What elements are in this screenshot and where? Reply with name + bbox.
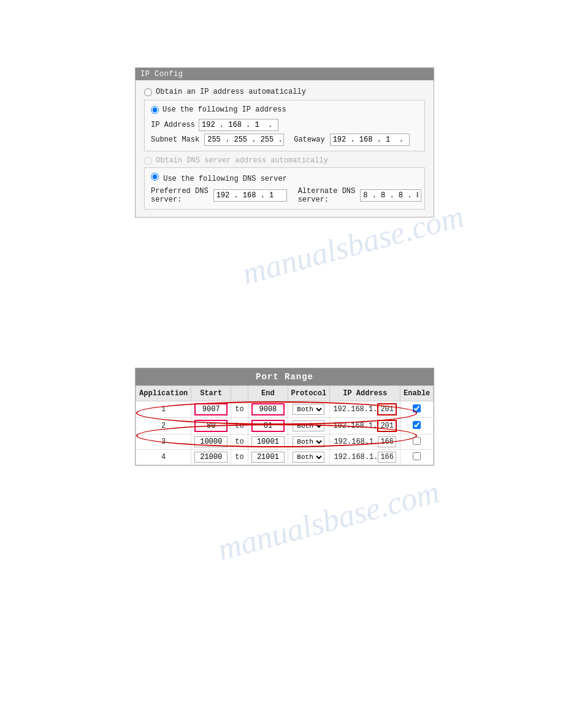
col-application: Application — [136, 386, 191, 401]
cell-start — [191, 401, 231, 418]
dns-manual-row: Use the following DNS server — [151, 173, 418, 183]
enable-checkbox[interactable] — [413, 421, 421, 429]
start-input[interactable] — [194, 452, 228, 463]
col-enable: Enable — [400, 386, 434, 401]
cell-start — [191, 418, 231, 434]
radio-manual-label: Use the following IP address — [163, 105, 286, 114]
start-input[interactable] — [194, 420, 228, 432]
cell-to: to — [231, 418, 248, 434]
dns-manual-label: Use the following DNS server — [163, 175, 287, 183]
start-input[interactable] — [194, 403, 228, 415]
enable-checkbox[interactable] — [413, 437, 421, 445]
cell-app: 4 — [136, 450, 191, 465]
gateway-label: Gateway — [294, 135, 324, 144]
col-end: End — [248, 386, 288, 401]
cell-ip: 192.168.1.166 — [329, 450, 400, 465]
cell-end — [248, 434, 288, 450]
protocol-select[interactable]: BothTCPUDP — [293, 404, 324, 415]
protocol-select[interactable]: BothTCPUDP — [293, 420, 324, 431]
dns-manual-section: Use the following DNS server Preferred D… — [144, 167, 425, 210]
cell-enable — [400, 418, 434, 434]
cell-protocol: BothTCPUDP — [288, 434, 329, 450]
ip-last: 166 — [378, 436, 396, 447]
cell-enable — [400, 434, 434, 450]
cell-protocol: BothTCPUDP — [288, 401, 329, 418]
cell-ip: 192.168.1.201 — [329, 418, 400, 434]
ip-prefix: 192.168.1. — [334, 453, 378, 461]
cell-to: to — [231, 450, 248, 465]
preferred-dns-input[interactable] — [213, 189, 287, 202]
col-ip: IP Address — [329, 386, 400, 401]
ip-prefix: 192.168.1. — [333, 422, 377, 430]
start-input[interactable] — [194, 436, 228, 447]
ip-address-input[interactable] — [199, 119, 278, 131]
ip-config-title: IP Config — [136, 68, 434, 80]
dns-section: Obtain DNS server address automatically … — [144, 156, 425, 210]
cell-ip: 192.168.1.166 — [329, 434, 400, 450]
preferred-dns-label: Preferred DNSserver: — [151, 187, 209, 204]
table-row: 1toBothTCPUDP192.168.1.201 — [136, 401, 434, 418]
end-input[interactable] — [251, 403, 285, 415]
port-range-table: Application Start End Protocol IP Addres… — [136, 385, 434, 465]
col-protocol: Protocol — [288, 386, 329, 401]
ip-manual-section: Use the following IP address IP Address … — [144, 100, 425, 151]
cell-protocol: BothTCPUDP — [288, 450, 329, 465]
cell-app: 3 — [136, 434, 191, 450]
end-input[interactable] — [251, 420, 285, 432]
ip-last: 201 — [377, 420, 397, 432]
port-range-panel: Port Range Application Start End Protoco… — [135, 368, 434, 466]
cell-start — [191, 434, 231, 450]
ip-last: 201 — [377, 403, 397, 415]
ip-config-panel: IP Config Obtain an IP address automatic… — [135, 67, 434, 218]
dns-auto-label: Obtain DNS server address automatically — [156, 156, 328, 165]
alternate-dns-input[interactable] — [360, 189, 421, 202]
col-to — [231, 386, 248, 401]
cell-end — [248, 450, 288, 465]
dns-fields-row: Preferred DNSserver: Alternate DNSserver… — [151, 187, 418, 204]
radio-manual[interactable] — [151, 106, 159, 114]
cell-end — [248, 401, 288, 418]
cell-ip: 192.168.1.201 — [329, 401, 400, 418]
radio-dns-auto — [144, 157, 152, 165]
cell-protocol: BothTCPUDP — [288, 418, 329, 434]
ip-address-label: IP Address — [151, 121, 195, 129]
protocol-select[interactable]: BothTCPUDP — [293, 436, 324, 447]
enable-checkbox[interactable] — [413, 452, 421, 460]
watermark-2: manualsbase.com — [214, 474, 443, 567]
radio-manual-row: Use the following IP address — [151, 105, 418, 114]
gateway-input[interactable] — [330, 134, 410, 146]
radio-auto-row: Obtain an IP address automatically — [144, 88, 425, 96]
subnet-mask-input[interactable] — [204, 134, 284, 146]
col-start: Start — [191, 386, 231, 401]
table-row: 3toBothTCPUDP192.168.1.166 — [136, 434, 434, 450]
table-row: 2toBothTCPUDP192.168.1.201 — [136, 418, 434, 434]
port-range-title: Port Range — [136, 368, 434, 385]
ip-prefix: 192.168.1. — [333, 405, 377, 414]
ip-last: 166 — [378, 452, 396, 463]
subnet-mask-label: Subnet Mask — [151, 135, 199, 144]
cell-to: to — [231, 401, 248, 418]
protocol-select[interactable]: BothTCPUDP — [293, 452, 324, 463]
alternate-dns-label: Alternate DNSserver: — [298, 187, 356, 204]
ip-prefix: 192.168.1. — [334, 438, 378, 446]
cell-enable — [400, 450, 434, 465]
table-row: 4toBothTCPUDP192.168.1.166 — [136, 450, 434, 465]
subnet-gateway-row: Subnet Mask Gateway — [151, 134, 418, 146]
cell-app: 2 — [136, 418, 191, 434]
cell-app: 1 — [136, 401, 191, 418]
end-input[interactable] — [251, 436, 285, 447]
end-input[interactable] — [251, 452, 285, 463]
enable-checkbox[interactable] — [413, 404, 421, 412]
cell-end — [248, 418, 288, 434]
cell-enable — [400, 401, 434, 418]
cell-to: to — [231, 434, 248, 450]
dns-auto-row: Obtain DNS server address automatically — [144, 156, 425, 165]
cell-start — [191, 450, 231, 465]
ip-address-row: IP Address — [151, 119, 418, 131]
radio-auto[interactable] — [144, 88, 152, 96]
radio-dns-manual[interactable] — [151, 173, 159, 181]
radio-auto-label: Obtain an IP address automatically — [156, 88, 306, 96]
